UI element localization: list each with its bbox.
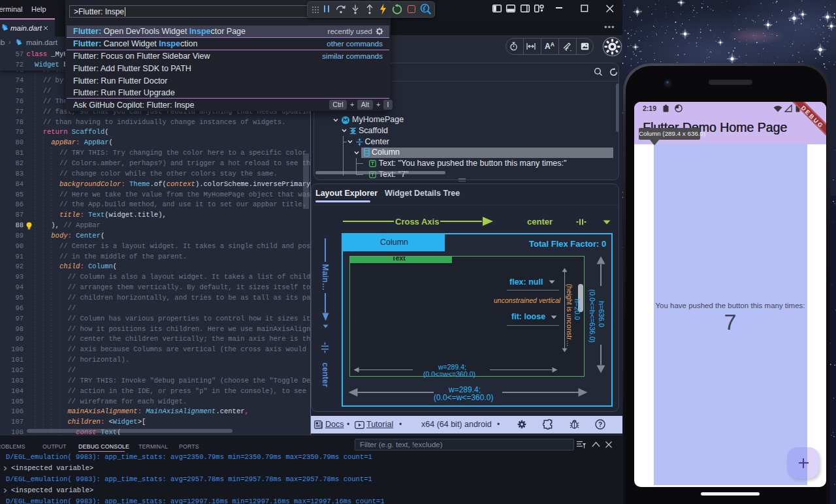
svg-text:?: ? [598,421,602,428]
